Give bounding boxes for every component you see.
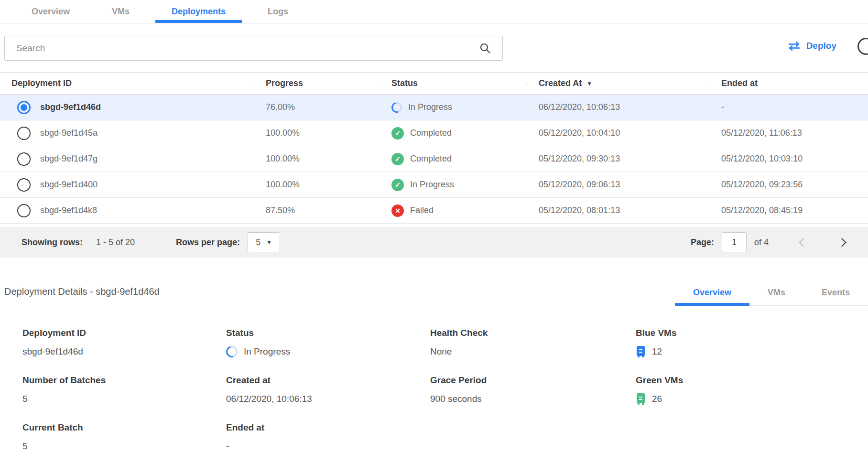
deployment-id: sbgd-9ef1d47g xyxy=(40,154,98,164)
page-count-label: of 4 xyxy=(754,237,769,248)
previous-page-chevron-icon[interactable] xyxy=(799,238,807,247)
tab-overview[interactable]: Overview xyxy=(11,0,91,23)
field-value: 06/12/2020, 10:06:13 xyxy=(226,393,430,405)
table-row[interactable]: sbgd-9ef1d4k8 87.50% ✕ Failed 05/12/2020… xyxy=(0,198,868,224)
progress-value: 100.00% xyxy=(253,128,379,138)
progress-value: 100.00% xyxy=(253,154,379,164)
rows-per-page-value: 5 xyxy=(256,237,260,248)
field-green-vms: Green VMs 26 xyxy=(636,375,868,405)
field-label: Ended at xyxy=(226,422,430,433)
rows-per-page-select[interactable]: 5 ▼ xyxy=(248,232,280,252)
progress-value: 87.50% xyxy=(253,205,379,215)
deployment-id: sbgd-9ef1d45a xyxy=(40,128,98,138)
details-tab-vms[interactable]: VMs xyxy=(749,288,803,305)
in-progress-spinner-icon xyxy=(224,344,240,360)
status-label: In Progress xyxy=(408,102,452,112)
details-title: Deployment Details - sbgd-9ef1d46d xyxy=(4,286,160,306)
created-at-value: 05/12/2020, 09:30:13 xyxy=(526,154,709,164)
column-header-created-at-label: Created At xyxy=(539,78,582,88)
toolbar: Deploy xyxy=(0,23,868,72)
table-row[interactable]: sbgd-9ef1d45a 100.00% ✓ Completed 05/12/… xyxy=(0,120,868,146)
status-label: Completed xyxy=(410,128,452,138)
field-value: sbgd-9ef1d46d xyxy=(22,345,226,358)
field-value: None xyxy=(430,345,636,358)
field-label: Number of Batches xyxy=(22,375,226,386)
row-radio[interactable] xyxy=(17,204,31,217)
details-grid: Deployment ID sbgd-9ef1d46d Status In Pr… xyxy=(0,306,868,470)
row-radio-checked[interactable] xyxy=(17,101,31,114)
field-grace-period: Grace Period 900 seconds xyxy=(430,375,636,405)
details-tab-overview[interactable]: Overview xyxy=(675,288,749,305)
ended-at-value: 05/12/2020, 09:23:56 xyxy=(709,180,868,190)
table-row[interactable]: sbgd-9ef1d46d 76.00% In Progress 06/12/2… xyxy=(0,95,868,120)
created-at-value: 05/12/2020, 10:04:10 xyxy=(526,128,709,138)
refresh-icon[interactable] xyxy=(857,38,868,55)
field-value: 12 xyxy=(652,346,662,357)
column-header-status[interactable]: Status xyxy=(379,78,526,88)
created-at-value: 05/12/2020, 08:01:13 xyxy=(526,205,709,215)
search-icon[interactable] xyxy=(479,43,491,54)
table-row[interactable]: sbgd-9ef1d47g 100.00% ✓ Completed 05/12/… xyxy=(0,146,868,172)
field-value: - xyxy=(226,440,430,452)
status-label: Failed xyxy=(410,205,434,215)
rows-per-page-label: Rows per page: xyxy=(176,237,240,248)
row-radio[interactable] xyxy=(17,152,31,166)
blue-vm-icon xyxy=(636,345,646,358)
created-at-value: 06/12/2020, 10:06:13 xyxy=(526,102,709,112)
field-current-batch: Current Batch 5 xyxy=(22,422,226,452)
completed-check-icon: ✓ xyxy=(391,153,404,165)
swap-arrows-icon xyxy=(788,41,801,51)
deployment-id: sbgd-9ef1d4k8 xyxy=(40,205,97,215)
field-label: Blue VMs xyxy=(636,328,868,338)
tab-vms[interactable]: VMs xyxy=(91,0,151,23)
column-header-progress[interactable]: Progress xyxy=(253,78,379,88)
field-label: Status xyxy=(226,328,430,338)
field-value: 26 xyxy=(652,394,662,404)
field-value: 5 xyxy=(22,440,226,452)
field-value: 900 seconds xyxy=(430,393,636,405)
created-at-value: 05/12/2020, 09:06:13 xyxy=(526,180,709,190)
field-value: 5 xyxy=(22,393,226,405)
tab-deployments[interactable]: Deployments xyxy=(151,0,247,23)
status-label: In Progress xyxy=(410,180,454,190)
search-input[interactable] xyxy=(5,43,479,54)
ended-at-value: 05/12/2020, 10:03:10 xyxy=(709,154,868,164)
column-header-ended-at[interactable]: Ended at xyxy=(709,78,868,88)
status-label: Completed xyxy=(410,154,452,164)
failed-cross-icon: ✕ xyxy=(391,205,404,217)
column-header-deployment-id[interactable]: Deployment ID xyxy=(0,78,253,88)
field-label: Health Check xyxy=(430,328,636,338)
field-label: Created at xyxy=(226,375,430,386)
field-created-at: Created at 06/12/2020, 10:06:13 xyxy=(226,375,430,405)
search-box xyxy=(4,36,503,61)
page-number-input[interactable] xyxy=(722,232,747,252)
deploy-button-label: Deploy xyxy=(806,41,836,51)
tab-logs[interactable]: Logs xyxy=(247,0,309,23)
progress-value: 76.00% xyxy=(253,102,379,112)
field-label: Current Batch xyxy=(22,422,226,433)
field-health-check: Health Check None xyxy=(430,328,636,358)
details-tab-bar: Overview VMs Events xyxy=(675,288,868,306)
showing-rows-value: 1 - 5 of 20 xyxy=(96,237,135,248)
sort-desc-icon: ▼ xyxy=(586,80,592,87)
field-label: Green VMs xyxy=(636,375,868,386)
table-header: Deployment ID Progress Status Created At… xyxy=(0,72,868,95)
field-blue-vms: Blue VMs 12 xyxy=(636,328,868,358)
field-label: Grace Period xyxy=(430,375,636,386)
details-tab-events[interactable]: Events xyxy=(803,288,868,305)
details-header: Deployment Details - sbgd-9ef1d46d Overv… xyxy=(0,286,868,306)
row-radio[interactable] xyxy=(17,178,31,192)
completed-check-icon: ✓ xyxy=(391,127,404,140)
row-radio[interactable] xyxy=(17,127,31,140)
deployment-id: sbgd-9ef1d400 xyxy=(40,180,98,190)
deploy-button[interactable]: Deploy xyxy=(788,41,836,51)
deployment-id: sbgd-9ef1d46d xyxy=(40,102,101,112)
column-header-created-at[interactable]: Created At ▼ xyxy=(526,78,709,88)
table-row[interactable]: sbgd-9ef1d400 100.00% ✓ In Progress 05/1… xyxy=(0,172,868,198)
showing-rows-label: Showing rows: xyxy=(22,237,83,248)
field-number-of-batches: Number of Batches 5 xyxy=(22,375,226,405)
ended-at-value: 05/12/2020, 08:45:19 xyxy=(709,205,868,215)
page-label: Page: xyxy=(691,237,714,248)
next-page-chevron-icon[interactable] xyxy=(837,238,846,247)
field-ended-at: Ended at - xyxy=(226,422,430,452)
